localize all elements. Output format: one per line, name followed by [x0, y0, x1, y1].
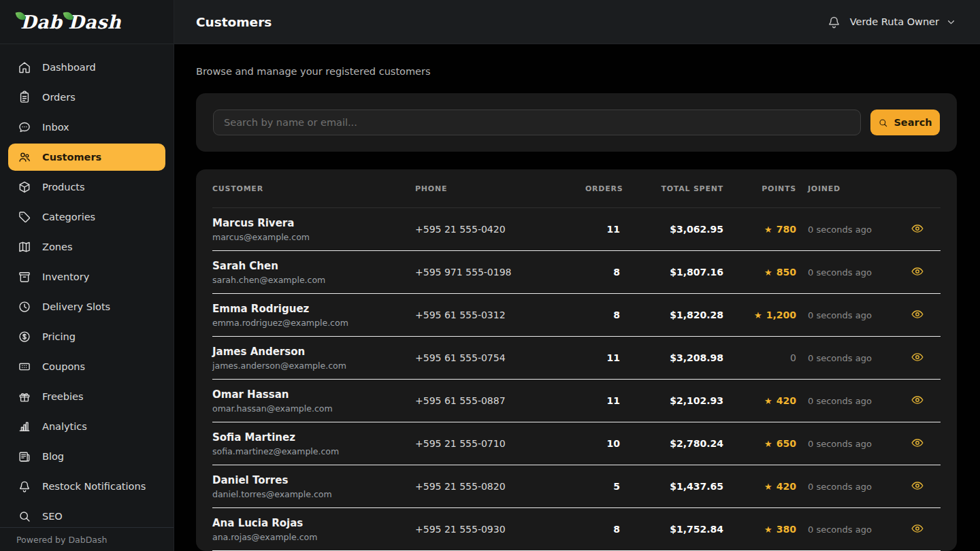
- cube-icon: [18, 180, 31, 194]
- sidebar-item-label: Inventory: [42, 271, 89, 282]
- actions-cell: [892, 348, 942, 369]
- sidebar-item-restock-notifications[interactable]: Restock Notifications: [8, 473, 165, 500]
- sidebar-item-label: Restock Notifications: [42, 481, 146, 492]
- actions-cell: [892, 219, 942, 240]
- customer-email: sarah.chen@example.com: [212, 275, 415, 285]
- eye-icon: [911, 436, 924, 450]
- customer-joined: 0 seconds ago: [796, 439, 892, 449]
- eye-icon: [911, 265, 924, 278]
- search-button-label: Search: [894, 117, 932, 128]
- bell-icon: [18, 480, 31, 493]
- customer-joined: 0 seconds ago: [796, 396, 892, 406]
- view-customer-button[interactable]: [908, 262, 927, 283]
- view-customer-button[interactable]: [908, 219, 927, 240]
- bell-icon[interactable]: [827, 15, 841, 29]
- sidebar-item-dashboard[interactable]: Dashboard: [8, 54, 165, 81]
- customer-total-spent: $1,807.16: [620, 267, 723, 278]
- sidebar-item-seo[interactable]: SEO: [8, 503, 165, 527]
- view-customer-button[interactable]: [908, 519, 927, 540]
- eye-icon: [911, 479, 924, 492]
- app-logo[interactable]: DabDash: [0, 0, 174, 44]
- points-value: 1,200: [766, 310, 796, 320]
- customers-table: CUSTOMER PHONE ORDERS TOTAL SPENT POINTS…: [196, 169, 957, 551]
- customer-name: Marcus Rivera: [212, 217, 415, 229]
- sidebar-item-coupons[interactable]: Coupons: [8, 353, 165, 380]
- customer-total-spent: $1,752.84: [620, 524, 723, 535]
- customer-phone: +595 61 555-0754: [415, 352, 585, 363]
- view-customer-button[interactable]: [908, 348, 927, 369]
- view-customer-button[interactable]: [908, 476, 927, 497]
- customer-points: ★ 380: [723, 524, 796, 535]
- sidebar-item-label: Pricing: [42, 331, 76, 342]
- points-value: 420: [777, 395, 796, 406]
- newspaper-icon: [18, 450, 31, 463]
- table-row: Omar Hassan omar.hassan@example.com +595…: [212, 380, 941, 422]
- sidebar-item-pricing[interactable]: Pricing: [8, 323, 165, 350]
- column-header-total-spent: TOTAL SPENT: [620, 184, 723, 193]
- customer-email: ana.rojas@example.com: [212, 532, 415, 542]
- main-area: Customers Verde Ruta Owner Browse and ma…: [174, 0, 980, 551]
- points-value: 780: [777, 224, 796, 235]
- sidebar-item-label: Customers: [42, 152, 101, 163]
- customer-orders: 8: [585, 267, 620, 278]
- customer-points: ★ 0: [723, 352, 796, 363]
- sidebar-item-orders[interactable]: Orders: [8, 84, 165, 111]
- table-header: CUSTOMER PHONE ORDERS TOTAL SPENT POINTS…: [212, 169, 941, 208]
- sidebar: DabDash Dashboard Orders Inbox: [0, 0, 174, 551]
- customer-name: Ana Lucia Rojas: [212, 517, 415, 529]
- eye-icon: [911, 393, 924, 407]
- customer-cell: James Anderson james.anderson@example.co…: [212, 346, 415, 371]
- sidebar-item-label: Freebies: [42, 391, 83, 402]
- sidebar-item-label: Zones: [42, 241, 72, 252]
- sidebar-item-customers[interactable]: Customers: [8, 144, 165, 171]
- customer-points: ★ 1,200: [723, 310, 796, 320]
- chevron-down-icon: [945, 16, 957, 28]
- search-panel: Search: [196, 93, 957, 152]
- sidebar-item-categories[interactable]: Categories: [8, 203, 165, 231]
- star-icon: ★: [764, 397, 772, 405]
- view-customer-button[interactable]: [908, 390, 927, 412]
- customer-cell: Ana Lucia Rojas ana.rojas@example.com: [212, 517, 415, 542]
- sidebar-item-label: Analytics: [42, 421, 87, 432]
- customer-phone: +595 21 555-0710: [415, 438, 585, 449]
- view-customer-button[interactable]: [908, 305, 927, 326]
- customer-phone: +595 61 555-0312: [415, 310, 585, 320]
- table-row: Ana Lucia Rojas ana.rojas@example.com +5…: [212, 508, 941, 551]
- sidebar-item-label: Orders: [42, 92, 76, 103]
- search-button[interactable]: Search: [870, 110, 940, 135]
- table-row: Daniel Torres daniel.torres@example.com …: [212, 465, 941, 508]
- sidebar-item-blog[interactable]: Blog: [8, 443, 165, 470]
- customer-joined: 0 seconds ago: [796, 524, 892, 535]
- customer-name: Sarah Chen: [212, 260, 415, 272]
- customer-total-spent: $2,780.24: [620, 438, 723, 449]
- topbar-right: Verde Ruta Owner: [827, 15, 957, 29]
- customer-points: ★ 650: [723, 438, 796, 449]
- customer-orders: 11: [585, 224, 620, 235]
- tag-icon: [18, 210, 31, 224]
- table-row: Emma Rodriguez emma.rodriguez@example.co…: [212, 294, 941, 337]
- clipboard-icon: [18, 90, 31, 104]
- search-input[interactable]: [213, 110, 861, 135]
- inventory-box-icon: [18, 270, 31, 284]
- actions-cell: [892, 390, 942, 412]
- customer-joined: 0 seconds ago: [796, 224, 892, 235]
- home-icon: [18, 61, 31, 74]
- bar-chart-icon: [18, 420, 31, 433]
- customer-points: ★ 420: [723, 395, 796, 406]
- sidebar-item-inbox[interactable]: Inbox: [8, 114, 165, 141]
- star-icon: ★: [764, 225, 772, 234]
- sidebar-item-freebies[interactable]: Freebies: [8, 383, 165, 410]
- sidebar-footer: Powered by DabDash: [0, 527, 174, 551]
- sidebar-item-products[interactable]: Products: [8, 173, 165, 201]
- user-menu[interactable]: Verde Ruta Owner: [850, 16, 957, 28]
- view-customer-button[interactable]: [908, 433, 927, 454]
- customer-name: Omar Hassan: [212, 388, 415, 401]
- actions-cell: [892, 433, 942, 454]
- sidebar-item-delivery-slots[interactable]: Delivery Slots: [8, 293, 165, 320]
- customer-phone: +595 61 555-0887: [415, 395, 585, 406]
- sidebar-item-inventory[interactable]: Inventory: [8, 263, 165, 290]
- sidebar-item-analytics[interactable]: Analytics: [8, 413, 165, 440]
- sidebar-item-label: Categories: [42, 212, 95, 222]
- sidebar-item-zones[interactable]: Zones: [8, 233, 165, 261]
- customer-total-spent: $2,102.93: [620, 395, 723, 406]
